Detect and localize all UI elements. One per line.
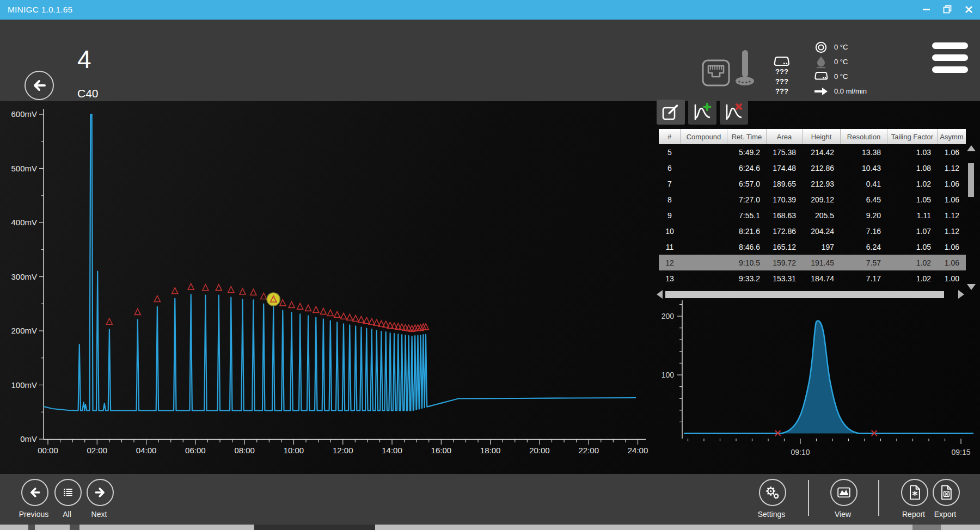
table-row-selected[interactable]: 129:10.5159.72191.457.571.021.06: [659, 255, 966, 270]
status-row-flame: 0 °C: [812, 54, 867, 69]
peak-marker-triangle[interactable]: [353, 315, 359, 321]
peak-marker-triangle[interactable]: [297, 303, 303, 309]
restore-button[interactable]: [940, 3, 954, 15]
table-column-header[interactable]: Ret. Time: [727, 129, 767, 144]
table-cell: 1.02: [887, 255, 938, 270]
peak-marker-triangle[interactable]: [305, 305, 311, 311]
peak-marker-triangle[interactable]: [334, 311, 340, 317]
peak-marker-triangle[interactable]: [261, 293, 267, 299]
peak-marker-triangle[interactable]: [216, 285, 222, 291]
table-column-header[interactable]: #: [659, 129, 681, 144]
table-cell: [681, 270, 727, 286]
peak-marker-triangle[interactable]: [203, 285, 209, 291]
minimize-button[interactable]: [919, 3, 933, 15]
table-row[interactable]: 76:57.0189.65212.930.411.021.06: [659, 176, 966, 192]
export-button[interactable]: [933, 479, 960, 506]
peak-marker-triangle[interactable]: [228, 286, 234, 292]
next-button[interactable]: [87, 479, 114, 506]
view-button[interactable]: [830, 479, 857, 506]
arrow-right-icon: [92, 484, 108, 501]
peak-marker-triangle[interactable]: [341, 313, 347, 319]
menu-icon-bar: [932, 66, 968, 73]
peak-marker-triangle[interactable]: [280, 300, 286, 306]
table-row[interactable]: 87:27.0170.39209.126.451.051.06: [659, 192, 966, 207]
table-column-header[interactable]: Compound: [681, 129, 727, 144]
table-cell: 209.12: [803, 192, 841, 207]
main-x-tick-label: 00:00: [38, 446, 58, 455]
peak-marker-triangle[interactable]: [250, 289, 256, 295]
table-cell: 10.43: [841, 160, 887, 176]
peak-marker-triangle[interactable]: [373, 319, 379, 325]
peak-marker-triangle[interactable]: [289, 301, 295, 307]
table-row[interactable]: 66:24.6174.48212.8610.431.081.12: [659, 160, 966, 176]
table-scroll-up-button[interactable]: [967, 145, 976, 151]
run-number: 4: [77, 45, 91, 74]
peak-marker-triangle[interactable]: [134, 309, 140, 315]
main-x-tick-label: 08:00: [234, 446, 255, 455]
injector-unknown-1: ???: [773, 67, 791, 76]
table-row[interactable]: 97:55.1168.63205.59.201.111.12: [659, 207, 966, 223]
table-scroll-right-button[interactable]: [958, 290, 964, 299]
table-cell: 13: [659, 270, 681, 286]
peak-marker-triangle[interactable]: [327, 310, 333, 316]
table-hscroll-thumb[interactable]: [665, 291, 944, 298]
peak-marker-triangle[interactable]: [364, 317, 370, 323]
peak-marker-triangle[interactable]: [320, 308, 326, 314]
main-chromatogram[interactable]: 600mV500mV400mV300mV200mV100mV0mV00:0002…: [11, 109, 648, 455]
table-row[interactable]: 139:33.2153.31184.747.171.021.00: [659, 270, 966, 286]
table-cell: [681, 176, 727, 192]
main-y-tick-label: 600mV: [11, 109, 37, 119]
report-button[interactable]: [901, 479, 928, 506]
table-row[interactable]: 55:49.2175.38214.4213.381.031.06: [659, 144, 966, 160]
view-label: View: [818, 510, 867, 519]
table-scroll-left-button[interactable]: [657, 290, 663, 299]
selected-peak-marker[interactable]: [267, 293, 280, 306]
peak-marker-triangle[interactable]: [358, 316, 364, 322]
delete-peak-button[interactable]: [720, 100, 748, 125]
table-cell: 153.31: [767, 270, 803, 286]
table-column-header[interactable]: Resolution: [841, 129, 887, 144]
settings-button[interactable]: [759, 479, 786, 506]
close-button[interactable]: [961, 3, 976, 15]
table-column-header[interactable]: Tailing Factor: [887, 129, 938, 144]
all-button[interactable]: [54, 479, 82, 506]
peak-marker-triangle[interactable]: [106, 318, 112, 324]
main-y-tick-label: 100mV: [11, 380, 37, 390]
peak-marker-triangle[interactable]: [369, 318, 375, 324]
main-y-tick-label: 300mV: [11, 272, 37, 281]
peak-marker-triangle[interactable]: [154, 295, 160, 301]
peak-marker-triangle[interactable]: [240, 288, 246, 294]
peak-marker-triangle[interactable]: [172, 288, 178, 294]
previous-button[interactable]: [21, 479, 48, 506]
peak-marker-triangle[interactable]: [313, 306, 319, 312]
export-label: Export: [930, 510, 960, 519]
close-icon: [965, 5, 973, 14]
detail-peak-area[interactable]: [684, 321, 973, 434]
table-row[interactable]: 118:46.6165.121976.241.051.06: [659, 239, 966, 255]
table-cell: 212.93: [803, 176, 841, 192]
table-column-header[interactable]: Height: [803, 129, 841, 144]
back-button[interactable]: [24, 71, 54, 100]
table-vscroll-thumb[interactable]: [968, 163, 974, 197]
table-cell: 1.08: [887, 160, 938, 176]
excel-export-icon: [938, 484, 954, 501]
table-column-header[interactable]: Asymm: [938, 129, 966, 144]
peak-marker-triangle[interactable]: [347, 314, 353, 320]
edit-peaks-button[interactable]: [657, 100, 685, 125]
peak-marker-triangle[interactable]: [188, 284, 194, 289]
table-row[interactable]: 108:21.6172.86204.247.161.071.12: [659, 223, 966, 239]
table-cell: 197: [803, 239, 841, 255]
table-cell: 214.42: [803, 144, 841, 160]
header: 4 C40 6/15/2020 6:24:31 PM ??? ??? ??? 0…: [0, 20, 980, 101]
table-column-header[interactable]: Area: [767, 129, 803, 144]
table-cell: 204.24: [803, 223, 841, 239]
table-cell: 184.74: [803, 270, 841, 286]
flame-temp-value: 0 °C: [834, 58, 848, 66]
main-x-tick-label: 16:00: [431, 446, 452, 455]
table-cell: 1.11: [887, 207, 938, 223]
table-scroll-down-button[interactable]: [967, 284, 976, 290]
table-cell: 6:57.0: [727, 176, 767, 192]
table-cell: 189.65: [767, 176, 803, 192]
peak-detail-chart[interactable]: 20010009:1009:15: [661, 300, 973, 457]
add-peak-button[interactable]: [688, 100, 716, 125]
